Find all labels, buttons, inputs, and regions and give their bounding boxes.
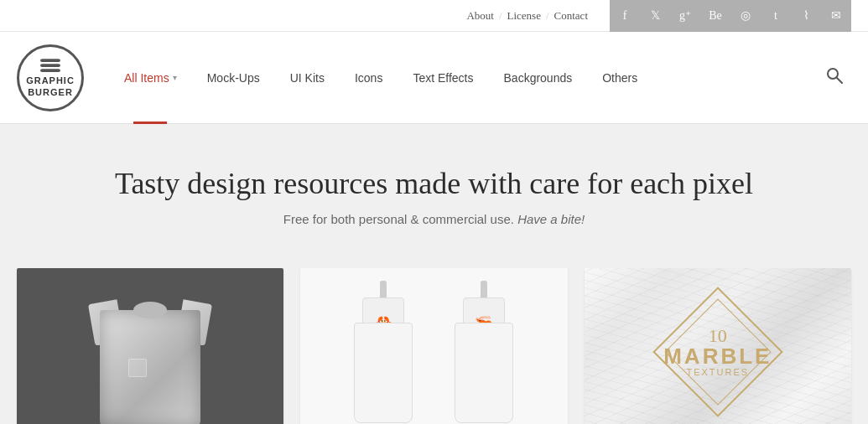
svg-point-3 — [828, 69, 838, 79]
logo-text: GRAPHIC BURGER — [26, 75, 75, 97]
social-icons: f 𝕏 g⁺ Be ◎ t ⌇ ✉ — [610, 0, 851, 32]
hero-section: Tasty design resources made with care fo… — [0, 124, 868, 260]
about-link[interactable]: About — [461, 9, 499, 23]
svg-rect-2 — [40, 69, 60, 72]
logo-burger-icon — [38, 57, 63, 74]
cards-section: 🦀 🦐 Apron Mockup PSD — [0, 260, 868, 424]
card-apron-image: 🦀 🦐 — [300, 268, 567, 424]
top-nav: About / License / Contact — [461, 9, 593, 23]
marble-word: MARBLE — [663, 345, 772, 367]
google-plus-icon[interactable]: g⁺ — [670, 0, 700, 32]
tumblr-icon[interactable]: t — [761, 0, 791, 32]
tshirt-body — [100, 310, 200, 424]
card-apron[interactable]: 🦀 🦐 Apron Mockup PSD — [300, 268, 567, 424]
apron-2: 🦐 — [446, 281, 522, 423]
card-tshirt-image — [17, 268, 283, 424]
nav-item-mock-ups[interactable]: Mock-Ups — [192, 32, 275, 124]
hero-subtext: Free for both personal & commercial use.… — [17, 212, 851, 226]
rss-icon[interactable]: ⌇ — [791, 0, 821, 32]
facebook-icon[interactable]: f — [610, 0, 640, 32]
logo[interactable]: GRAPHIC BURGER — [17, 44, 84, 111]
apron-body-1 — [354, 323, 413, 423]
tshirt-collar — [133, 302, 167, 318]
dribbble-icon[interactable]: ◎ — [730, 0, 761, 32]
svg-rect-0 — [40, 59, 60, 62]
hero-heading: Tasty design resources made with care fo… — [17, 166, 851, 202]
card-marble[interactable]: 10 MARBLE TEXTURES — [585, 268, 851, 424]
card-marble-image: 10 MARBLE TEXTURES — [585, 268, 851, 424]
tshirt-pocket — [128, 359, 147, 377]
twitter-icon[interactable]: 𝕏 — [640, 0, 670, 32]
apron-illustration: 🦀 🦐 — [337, 272, 530, 424]
logo-inner: GRAPHIC BURGER — [17, 44, 84, 111]
behance-icon[interactable]: Be — [700, 0, 730, 32]
search-icon[interactable] — [818, 67, 851, 88]
nav-item-all-items[interactable]: All Items ▾ — [109, 32, 192, 124]
dropdown-arrow: ▾ — [173, 73, 177, 82]
svg-line-4 — [837, 78, 842, 83]
apron-1: 🦀 — [346, 281, 421, 423]
svg-rect-1 — [40, 64, 60, 67]
main-nav: GRAPHIC BURGER All Items ▾ Mock-Ups UI K… — [0, 32, 868, 124]
apron-body-2 — [455, 323, 513, 423]
license-link[interactable]: License — [502, 9, 546, 23]
marble-number: 10 — [663, 327, 772, 345]
nav-item-backgrounds[interactable]: Backgrounds — [489, 32, 588, 124]
nav-item-others[interactable]: Others — [587, 32, 652, 124]
card-tshirt[interactable] — [17, 268, 283, 424]
top-bar: About / License / Contact f 𝕏 g⁺ Be ◎ t … — [0, 0, 868, 32]
marble-badge: 10 MARBLE TEXTURES — [668, 302, 768, 402]
email-icon[interactable]: ✉ — [821, 0, 851, 32]
contact-link[interactable]: Contact — [549, 9, 593, 23]
nav-item-icons[interactable]: Icons — [340, 32, 398, 124]
tshirt-illustration — [83, 277, 217, 424]
nav-item-text-effects[interactable]: Text Effects — [398, 32, 488, 124]
marble-text: 10 MARBLE TEXTURES — [663, 327, 772, 377]
nav-item-ui-kits[interactable]: UI Kits — [275, 32, 340, 124]
nav-links: All Items ▾ Mock-Ups UI Kits Icons Text … — [109, 32, 851, 124]
